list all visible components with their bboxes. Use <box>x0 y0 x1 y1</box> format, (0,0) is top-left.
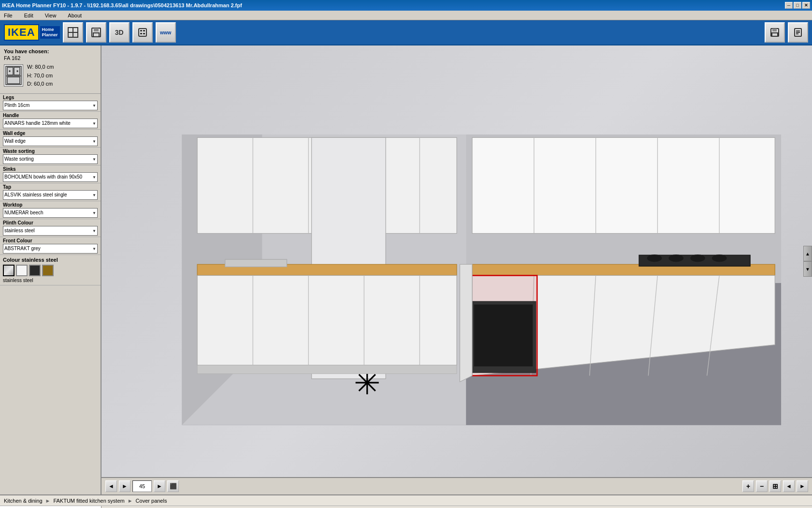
svg-rect-5 <box>93 33 99 37</box>
zoom-fit-button[interactable]: ⊞ <box>769 480 781 492</box>
prop-wall-edge-label: Wall edge <box>3 131 98 136</box>
minimize-button[interactable]: ─ <box>785 2 793 9</box>
prop-handle-label: Handle <box>3 113 98 118</box>
zoom-in-button[interactable]: + <box>742 480 754 492</box>
swatch-white[interactable] <box>16 265 28 276</box>
breadcrumb-sep2: ► <box>128 498 133 504</box>
handle-select[interactable]: ANNARS handle 128mm white <box>3 119 98 128</box>
nav-right-button[interactable]: ► <box>797 480 808 492</box>
prop-waste-label: Waste sorting <box>3 149 98 154</box>
page-right-button[interactable] <box>788 22 808 43</box>
zoom-alt-button[interactable]: ⬛ <box>167 480 179 492</box>
kitchen-scene-svg: ✳ <box>102 45 812 477</box>
swatch-wood[interactable] <box>42 265 54 276</box>
zoom-input[interactable]: 45 <box>132 480 152 492</box>
svg-marker-62 <box>460 264 472 382</box>
prop-legs: Legs Plinth 16cm <box>0 94 101 112</box>
svg-rect-8 <box>143 30 145 31</box>
prop-wall-edge-wrapper: Wall edge <box>3 136 98 146</box>
svg-rect-42 <box>197 275 457 365</box>
home-planner-label: HomePlanner <box>40 26 60 39</box>
maximize-button[interactable]: □ <box>794 2 801 9</box>
dimensions: W: 80,0 cm H: 70,0 cm D: 60,0 cm <box>27 63 54 89</box>
nav-next-button[interactable]: ► <box>119 480 130 492</box>
breadcrumb-part2: FAKTUM fitted kitchen system <box>53 498 124 504</box>
save-right-button[interactable] <box>765 22 785 43</box>
calculator-button[interactable] <box>132 22 153 43</box>
menu-file[interactable]: File <box>2 12 14 19</box>
tree-panel: + 📁 Base cabinets 37 cm deep + 📁 High ca… <box>0 506 102 508</box>
item-preview: W: 80,0 cm H: 70,0 cm D: 60,0 cm <box>4 61 97 90</box>
tap-select[interactable]: ALSVIK stainless steel single <box>3 190 98 200</box>
prop-handle: Handle ANNARS handle 128mm white <box>0 112 101 130</box>
prop-sinks: Sinks BOHOLMEN bowls with drain 90x50 <box>0 165 101 183</box>
plinth-colour-select[interactable]: stainless steel <box>3 226 98 236</box>
wall-edge-select[interactable]: Wall edge <box>3 136 98 146</box>
prop-handle-select-wrapper: ANNARS handle 128mm white <box>3 119 98 128</box>
waste-sorting-select[interactable]: Waste sorting <box>3 154 98 164</box>
svg-point-58 <box>690 254 705 262</box>
scroll-up-button[interactable]: ▲ <box>803 246 812 261</box>
prop-worktop-label: Worktop <box>3 202 98 208</box>
window-title: IKEA Home Planner FY10 - 1.9.7 - \\192.1… <box>2 2 242 8</box>
svg-rect-10 <box>143 33 145 34</box>
depth-dim: D: 60,0 cm <box>27 80 54 89</box>
3d-view-button[interactable]: 3D <box>109 22 130 43</box>
svg-rect-22 <box>7 77 20 84</box>
nav-left-button[interactable]: ◄ <box>783 480 795 492</box>
zoom-out-button[interactable]: − <box>756 480 768 492</box>
menu-view[interactable]: View <box>43 12 58 19</box>
prop-tap-wrapper: ALSVIK stainless steel single <box>3 190 98 200</box>
cabinet-preview-icon <box>4 64 23 87</box>
scroll-down-button[interactable]: ▼ <box>803 261 812 277</box>
legs-select[interactable]: Plinth 16cm <box>3 101 98 110</box>
swatch-stainless[interactable] <box>3 265 14 276</box>
worktop-select[interactable]: NUMERAR beech <box>3 208 98 218</box>
svg-point-59 <box>712 254 727 262</box>
svg-rect-54 <box>474 304 533 366</box>
prop-plinth-wrapper: stainless steel <box>3 226 98 236</box>
www-button[interactable]: www <box>156 22 176 43</box>
svg-rect-4 <box>94 28 99 31</box>
svg-rect-9 <box>140 33 142 34</box>
prop-front-label: Front Colour <box>3 238 98 243</box>
bottom-panel: Kitchen & dining ► FAKTUM fitted kitchen… <box>0 494 812 508</box>
height-dim: H: 70,0 cm <box>27 72 54 80</box>
front-colour-select[interactable]: ABSTRAKT grey <box>3 244 98 254</box>
products-area: ◄ PERFEKT 70 cm <box>102 506 812 508</box>
breadcrumb: Kitchen & dining ► FAKTUM fitted kitchen… <box>0 495 812 506</box>
swatch-black[interactable] <box>29 265 41 276</box>
svg-point-57 <box>668 254 683 262</box>
ikea-logo: IKEA <box>4 24 39 41</box>
close-button[interactable]: ✕ <box>802 2 810 9</box>
zoom-confirm-button[interactable]: ► <box>154 480 165 492</box>
item-info: You have chosen: FA 162 W: 80,0 cm <box>0 45 101 94</box>
floor-plan-button[interactable] <box>63 22 83 43</box>
title-bar: IKEA Home Planner FY10 - 1.9.7 - \\192.1… <box>0 0 812 11</box>
svg-rect-6 <box>139 29 146 36</box>
svg-rect-12 <box>772 29 777 31</box>
prop-plinth-label: Plinth Colour <box>3 220 98 225</box>
sinks-select[interactable]: BOHOLMEN bowls with drain 90x50 <box>3 172 98 182</box>
save-button[interactable] <box>86 22 106 43</box>
breadcrumb-sep1: ► <box>45 498 51 504</box>
svg-rect-7 <box>140 30 142 31</box>
prop-tap-label: Tap <box>3 184 98 190</box>
3d-view[interactable]: ✳ ▲ ▼ <box>102 45 812 477</box>
left-panel: You have chosen: FA 162 W: 80,0 cm <box>0 45 102 494</box>
nav-prev-button[interactable]: ◄ <box>105 480 117 492</box>
prop-sinks-wrapper: BOHOLMEN bowls with drain 90x50 <box>3 172 98 182</box>
menu-about[interactable]: About <box>66 12 84 19</box>
view-controls-bar: ◄ ► 45 ► ⬛ + − ⊞ ◄ ► <box>102 477 812 494</box>
colour-section: Colour stainless steel stainless steel <box>0 255 101 285</box>
menu-edit[interactable]: Edit <box>22 12 35 19</box>
prop-front-wrapper: ABSTRAKT grey <box>3 244 98 254</box>
prop-sinks-label: Sinks <box>3 166 98 172</box>
item-code: FA 162 <box>4 55 97 61</box>
item-title: You have chosen: <box>4 48 97 54</box>
prop-worktop-wrapper: NUMERAR beech <box>3 208 98 218</box>
colour-name-label: stainless steel <box>3 278 98 283</box>
view-scroll-arrows: ▲ ▼ <box>803 246 812 277</box>
main-container: You have chosen: FA 162 W: 80,0 cm <box>0 45 812 494</box>
svg-point-24 <box>17 71 18 72</box>
